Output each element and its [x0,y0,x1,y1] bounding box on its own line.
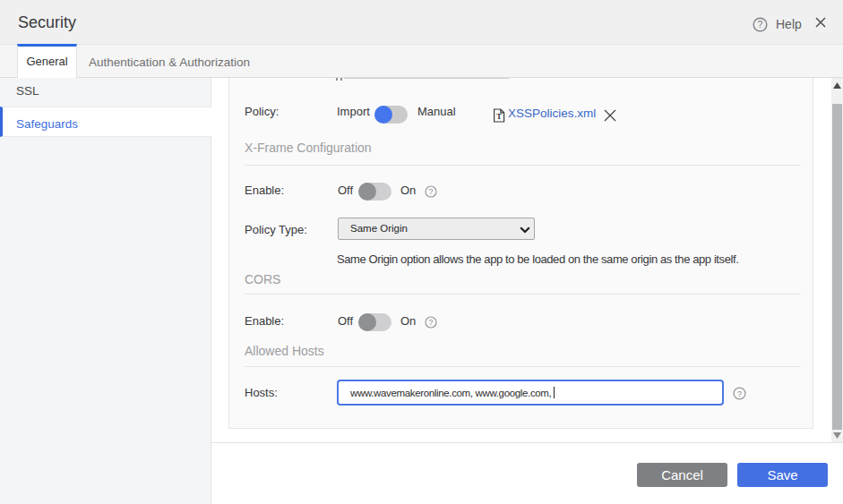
svg-text:?: ? [429,187,434,196]
svg-text:?: ? [758,19,763,30]
svg-text:T: T [496,112,502,121]
svg-text:?: ? [737,389,742,398]
svg-text:?: ? [429,318,434,327]
